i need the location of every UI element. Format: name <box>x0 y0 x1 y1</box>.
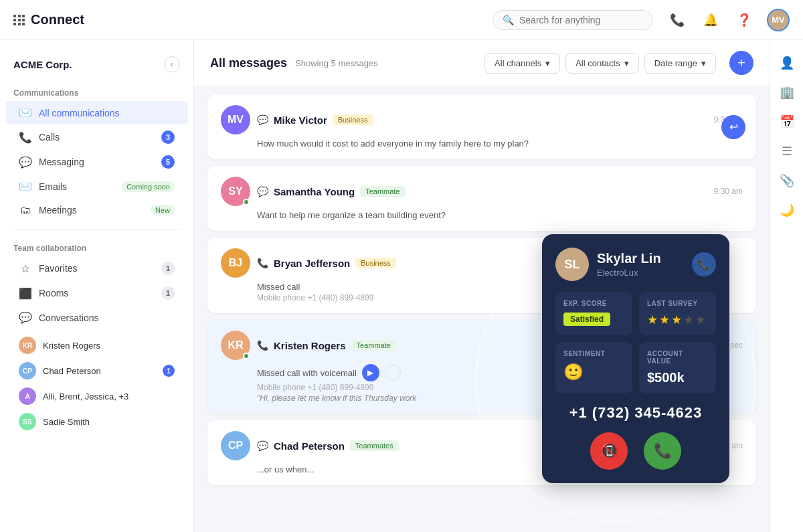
message-icon-5: 💬 <box>257 440 268 451</box>
messaging-badge: 5 <box>161 155 175 169</box>
sidebar-messaging-label: Messaging <box>39 157 155 167</box>
star-2: ★ <box>659 313 670 327</box>
help-icon[interactable]: ❓ <box>733 9 755 31</box>
exp-score-value: Satisfied <box>563 313 610 326</box>
communications-label: Communications <box>0 83 193 100</box>
content-header: All messages Showing 5 messages All chan… <box>194 40 770 86</box>
sidebar-header: ACME Corp. ‹ <box>0 51 193 83</box>
samantha-time: 9:30 am <box>714 187 743 196</box>
chad-name: Chad Peterson <box>43 366 156 376</box>
filter-buttons: All channels ▾ All contacts ▾ Date range… <box>484 53 716 74</box>
chad-badge: 1 <box>163 365 175 377</box>
date-range-label: Date range <box>654 58 697 68</box>
user-avatar[interactable]: MV <box>767 9 790 31</box>
sidebar-item-emails[interactable]: ✉️ Emails Coming soon <box>5 175 188 198</box>
bell-icon[interactable]: 🔔 <box>700 9 721 31</box>
kristen-r-name: Kristen Rogers <box>274 340 346 351</box>
call-phone-action-btn[interactable]: 📞 <box>692 252 716 276</box>
sadie-name: Sadie Smith <box>43 417 175 427</box>
sidebar-user-chad[interactable]: CP Chad Peterson 1 <box>5 358 188 383</box>
all-contacts-filter[interactable]: All contacts ▾ <box>565 53 638 74</box>
grid-icon <box>13 15 25 25</box>
message-card-mike-victor[interactable]: MV 💬 Mike Victor Business 9:30 am How mu… <box>207 94 756 159</box>
right-panel-moon-icon[interactable]: 🌙 <box>775 198 799 222</box>
phone-icon-3: 📞 <box>257 258 268 268</box>
sidebar-collapse-btn[interactable]: ‹ <box>164 56 180 72</box>
kristen-avatar: KR <box>19 337 36 354</box>
add-button[interactable]: + <box>729 51 753 75</box>
messaging-icon: 💬 <box>19 156 32 169</box>
sentiment-box: SENTIMENT 🙂 <box>555 342 632 393</box>
sidebar-item-favorites[interactable]: ☆ Favorites 1 <box>5 256 188 280</box>
kristen-online <box>243 353 250 359</box>
mike-victor-name: Mike Victor <box>274 114 327 126</box>
kristen-avatar-wrapper: KR <box>221 331 250 360</box>
call-card-header: SL Skylar Lin ElectroLux 📞 <box>555 248 716 281</box>
mike-victor-tag: Business <box>333 114 373 125</box>
navbar: Connect 🔍 📞 🔔 ❓ MV <box>0 0 803 40</box>
channels-chevron: ▾ <box>545 58 550 68</box>
sidebar-all-comms-label: All communications <box>39 108 175 118</box>
right-panel-clip-icon[interactable]: 📎 <box>775 169 799 193</box>
kristen-name: Kristen Rogers <box>43 341 175 351</box>
decline-call-btn[interactable]: 📵 <box>590 432 628 470</box>
sidebar-item-messaging[interactable]: 💬 Messaging 5 <box>5 150 188 174</box>
content-title: All messages <box>210 56 287 70</box>
right-panel-user-icon[interactable]: 👤 <box>775 51 799 75</box>
play-voicemail-btn[interactable]: ▶ <box>362 364 379 381</box>
sidebar-item-rooms[interactable]: ⬛ Rooms 1 <box>5 281 188 305</box>
reply-button-1[interactable]: ↩ <box>721 115 745 139</box>
emails-icon: ✉️ <box>19 180 32 193</box>
search-bar[interactable]: 🔍 <box>493 10 653 30</box>
message-card-samantha[interactable]: SY 💬 Samantha Young Teammate 9:30 am Wan… <box>207 166 756 231</box>
online-indicator <box>243 199 250 205</box>
team-label: Team collaboration <box>0 238 193 256</box>
samantha-name: Samantha Young <box>274 186 355 197</box>
right-panel: 👤 🏢 📅 ☰ 📎 🌙 <box>770 40 803 532</box>
msg-name-row-2: 💬 Samantha Young Teammate 9:30 am <box>257 186 743 197</box>
right-panel-list-icon[interactable]: ☰ <box>775 139 799 163</box>
sidebar-user-sadie[interactable]: SS Sadie Smith <box>5 409 188 434</box>
survey-stars: ★ ★ ★ ★ ★ <box>647 313 708 327</box>
sidebar-user-kristen[interactable]: KR Kristen Rogers <box>5 333 188 358</box>
star-5: ★ <box>695 313 706 327</box>
bryan-tag: Business <box>355 258 396 268</box>
sidebar-item-conversations[interactable]: 💬 Conversations <box>5 306 188 329</box>
exp-score-label: EXP. SCORE <box>563 300 624 307</box>
meetings-badge: New <box>151 205 175 215</box>
call-card: SL Skylar Lin ElectroLux 📞 EXP. SCORE Sa… <box>542 234 729 483</box>
call-contact-name: Skylar Lin <box>597 251 661 266</box>
sidebar-user-group[interactable]: A Alli, Brent, Jessica, +3 <box>5 383 188 409</box>
calls-badge: 3 <box>161 130 175 144</box>
msg-info-2: 💬 Samantha Young Teammate 9:30 am <box>257 186 743 197</box>
last-survey-label: LAST SURVEY <box>647 300 708 307</box>
sidebar-favorites-label: Favorites <box>39 263 155 274</box>
right-panel-calendar-icon[interactable]: 📅 <box>775 110 799 134</box>
all-channels-filter[interactable]: All channels ▾ <box>484 53 560 74</box>
samantha-body: Want to help me organize a team building… <box>221 210 743 220</box>
all-comms-icon: ✉️ <box>19 106 32 119</box>
sidebar-emails-label: Emails <box>39 181 115 192</box>
date-range-filter[interactable]: Date range ▾ <box>644 53 716 74</box>
right-panel-building-icon[interactable]: 🏢 <box>775 80 799 104</box>
bryan-name: Bryan Jefferson <box>274 258 350 269</box>
sidebar-item-calls[interactable]: 📞 Calls 3 <box>5 125 188 149</box>
msg-name-row-1: 💬 Mike Victor Business 9:30 am <box>257 114 743 126</box>
all-contacts-label: All contacts <box>575 58 620 68</box>
group-avatar: A <box>19 387 36 405</box>
search-icon: 🔍 <box>503 15 514 25</box>
sidebar-item-all-communications[interactable]: ✉️ All communications <box>5 101 188 124</box>
accept-call-btn[interactable]: 📞 <box>644 432 681 470</box>
phone-icon[interactable]: 📞 <box>666 9 688 31</box>
chad-p-name: Chad Peterson <box>274 440 345 452</box>
msg-info-1: 💬 Mike Victor Business 9:30 am <box>257 114 743 126</box>
call-contact-info: Skylar Lin ElectroLux <box>597 251 661 278</box>
favorites-badge: 1 <box>161 262 175 275</box>
msg-header-1: MV 💬 Mike Victor Business 9:30 am <box>221 105 743 135</box>
search-input[interactable] <box>519 15 643 25</box>
kristen-tag: Teammate <box>351 340 396 351</box>
sidebar-item-meetings[interactable]: 🗂 Meetings New <box>5 199 188 221</box>
sentiment-label: SENTIMENT <box>563 350 624 357</box>
phone-icon-4: 📞 <box>257 340 268 351</box>
sidebar-rooms-label: Rooms <box>39 288 155 298</box>
